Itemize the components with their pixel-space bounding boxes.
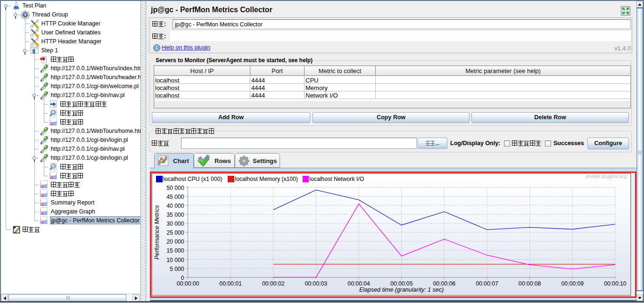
svg-text:00:00:07: 00:00:07: [476, 280, 498, 287]
svg-text:00:00:09: 00:00:09: [561, 280, 584, 287]
svg-text:5 000: 5 000: [170, 266, 184, 272]
svg-text:15 000: 15 000: [166, 247, 184, 254]
svg-text:Performance Metrics: Performance Metrics: [154, 205, 160, 259]
svg-text:00:00:02: 00:00:02: [262, 280, 285, 287]
svg-text:25 000: 25 000: [166, 229, 184, 236]
svg-text:Elapsed time (granularity: 1 s: Elapsed time (granularity: 1 sec): [359, 287, 444, 293]
svg-text:45 000: 45 000: [166, 194, 184, 200]
svg-text:00:00:01: 00:00:01: [219, 280, 242, 287]
svg-text:00:00:03: 00:00:03: [305, 280, 328, 287]
svg-text:00:00:00: 00:00:00: [177, 280, 199, 287]
svg-text:50 000: 50 000: [166, 185, 184, 191]
svg-text:20 000: 20 000: [166, 238, 184, 245]
svg-text:10 000: 10 000: [166, 257, 184, 263]
svg-text:00:00:10: 00:00:10: [604, 280, 627, 287]
svg-text:35 000: 35 000: [166, 212, 184, 218]
svg-text:40 000: 40 000: [166, 203, 184, 209]
svg-text:00:00:08: 00:00:08: [519, 280, 541, 287]
svg-text:30 000: 30 000: [166, 221, 184, 227]
